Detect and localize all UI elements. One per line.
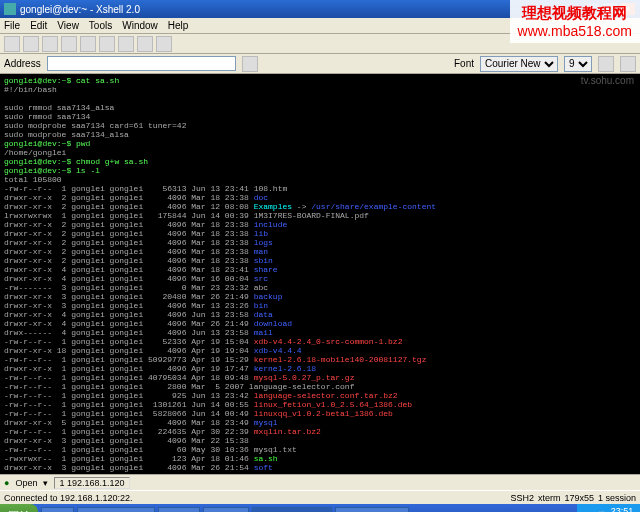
open-button[interactable]: Open bbox=[15, 478, 37, 488]
system-tray[interactable]: ◐ 🔊 23:51 星期六 bbox=[577, 504, 640, 512]
status-sessions: 1 session bbox=[598, 493, 636, 503]
task-5[interactable]: gonglei@dev:~ - X... bbox=[252, 507, 332, 512]
task-1[interactable]: 课程... bbox=[41, 507, 74, 512]
fontsize-select[interactable]: 9 bbox=[564, 56, 592, 72]
menu-file[interactable]: File bbox=[4, 20, 20, 31]
tb-props-icon[interactable] bbox=[156, 36, 172, 52]
tb-save-icon[interactable] bbox=[42, 36, 58, 52]
task-6[interactable]: Zend/o Studio - ... bbox=[335, 507, 409, 512]
menu-window[interactable]: Window bbox=[122, 20, 158, 31]
app-icon bbox=[4, 3, 16, 15]
address-bar: Address Font Courier New 9 bbox=[0, 54, 640, 74]
task-2[interactable]: Microsoft PowerP... bbox=[77, 507, 155, 512]
font-btn2-icon[interactable] bbox=[620, 56, 636, 72]
tb-copy-icon[interactable] bbox=[61, 36, 77, 52]
menu-view[interactable]: View bbox=[57, 20, 79, 31]
watermark-title: 理想视频教程网 bbox=[518, 4, 632, 23]
menu-help[interactable]: Help bbox=[168, 20, 189, 31]
window-title: gonglei@dev:~ - Xshell 2.0 bbox=[20, 4, 584, 15]
status-size: 179x55 bbox=[564, 493, 594, 503]
address-input[interactable] bbox=[47, 56, 237, 71]
session-tab[interactable]: 1 192.168.1.120 bbox=[54, 477, 129, 489]
tb-paste-icon[interactable] bbox=[80, 36, 96, 52]
go-button[interactable] bbox=[242, 56, 258, 72]
font-btn1-icon[interactable] bbox=[598, 56, 614, 72]
tb-disconnect-icon[interactable] bbox=[137, 36, 153, 52]
status-ssh: SSH2 bbox=[510, 493, 534, 503]
tab-bar: ● Open ▾ 1 192.168.1.120 bbox=[0, 474, 640, 490]
tb-new-icon[interactable] bbox=[4, 36, 20, 52]
menu-edit[interactable]: Edit bbox=[30, 20, 47, 31]
font-select[interactable]: Courier New bbox=[480, 56, 558, 72]
terminal[interactable]: tv.sohu.comgonglei@dev:~$ cat sa.sh #!/b… bbox=[0, 74, 640, 474]
watermark: 理想视频教程网 www.mba518.com bbox=[510, 0, 640, 43]
tb-open-icon[interactable] bbox=[23, 36, 39, 52]
clock-time: 23:51 bbox=[610, 507, 634, 512]
status-bar: Connected to 192.168.1.120:22. SSH2 xter… bbox=[0, 490, 640, 504]
task-3[interactable]: Ubuntu... bbox=[158, 507, 200, 512]
tb-reconnect-icon[interactable] bbox=[118, 36, 134, 52]
address-label: Address bbox=[4, 58, 41, 69]
menu-tools[interactable]: Tools bbox=[89, 20, 112, 31]
windows-taskbar: 开始 课程... Microsoft PowerP... Ubuntu... V… bbox=[0, 504, 640, 512]
connection-status: Connected to 192.168.1.120:22. bbox=[4, 493, 133, 503]
video-watermark: tv.sohu.com bbox=[581, 76, 634, 85]
font-label: Font bbox=[454, 58, 474, 69]
start-button[interactable]: 开始 bbox=[0, 504, 38, 512]
status-term: xterm bbox=[538, 493, 561, 503]
task-4[interactable]: VMware... bbox=[203, 507, 249, 512]
watermark-url: www.mba518.com bbox=[518, 23, 632, 39]
tb-find-icon[interactable] bbox=[99, 36, 115, 52]
